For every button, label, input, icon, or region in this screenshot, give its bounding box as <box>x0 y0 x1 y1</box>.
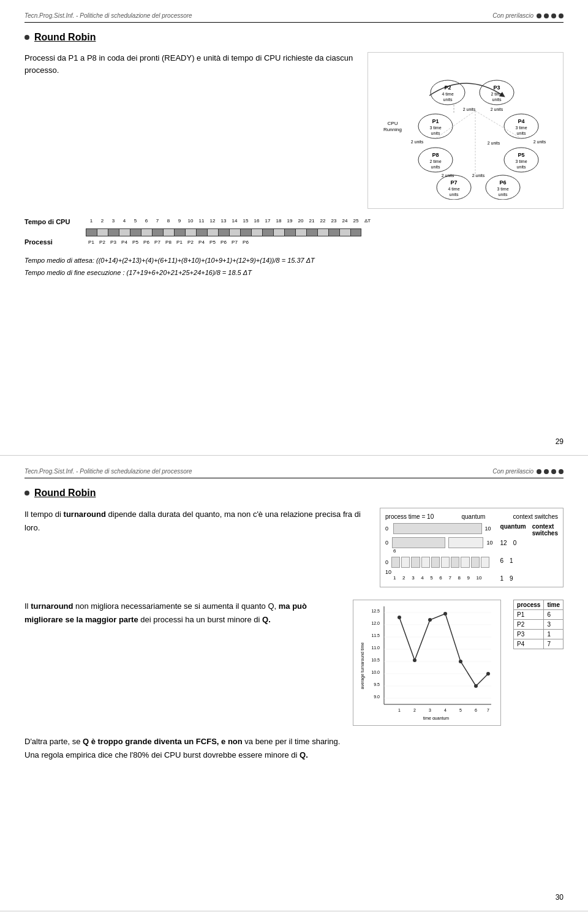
chart-header: process time = 10 quantum context switch… <box>385 513 558 520</box>
tnum-21: 21 <box>306 218 317 224</box>
dp-4 <box>443 612 447 616</box>
tnum-5: 5 <box>130 218 141 224</box>
bar-0 <box>393 523 482 534</box>
page1-header: Tecn.Prog.Sist.Inf. - Politiche di sched… <box>24 12 564 23</box>
ps-7: P7 <box>152 239 163 245</box>
footer-section: D'altra parte, se Q è troppo grande dive… <box>24 735 564 762</box>
section-title-text-1: Round Robin <box>34 32 96 43</box>
gantt-bars: 0 10 0 10 6 <box>385 523 494 582</box>
turnaround-text-3b: dei processi ha un burst minore di <box>138 615 262 624</box>
ax-5: 5 <box>430 575 432 581</box>
dp-3 <box>428 618 432 622</box>
formula1-text: Tempo medio di attesa: ((0+14)+(2+13)+(4… <box>24 255 564 267</box>
y-12.0: 12.0 <box>371 621 380 625</box>
ax-6: 6 <box>439 575 442 581</box>
tc-19 <box>284 228 295 236</box>
delta-t-label: ΔT <box>361 218 374 224</box>
bullet-icon-2 <box>24 491 29 496</box>
turnaround-section: Il turnaround non migliora necessariamen… <box>24 600 564 726</box>
dash-1 <box>435 111 475 138</box>
cs-val-2: 9 <box>510 575 513 582</box>
page-number-2: 30 <box>556 893 564 902</box>
q-val-1: 6 <box>500 557 504 564</box>
timeline-section: Tempo di CPU 1 2 3 4 5 6 7 8 9 10 11 12 … <box>24 218 564 246</box>
ps-5: P5 <box>130 239 141 245</box>
p5-label: P5 <box>518 152 524 158</box>
tnum-2: 2 <box>97 218 108 224</box>
p1-units: units <box>431 131 440 135</box>
ten-label-1: 10 <box>486 540 494 546</box>
units-label-5: 2 units <box>442 173 454 178</box>
footer-text-3: Una regola empirica dice che l'80% dei C… <box>24 750 300 759</box>
x-2: 2 <box>413 708 416 712</box>
gantt-row-num-1: 6 <box>385 548 494 554</box>
gantt-row-0: 0 10 <box>385 523 494 534</box>
ps-13: P6 <box>218 239 229 245</box>
zero-label-0: 0 <box>385 526 390 532</box>
pt-time-3: 7 <box>544 639 564 649</box>
bar-2a <box>391 557 400 568</box>
dp-6 <box>474 684 478 688</box>
turnaround-text-2b: non migliora necessariamente se si aumen… <box>73 601 278 611</box>
tc-11 <box>196 228 207 236</box>
ps-2: P2 <box>97 239 108 245</box>
page-1: Tecn.Prog.Sist.Inf. - Politiche di sched… <box>0 0 588 456</box>
tnum-23: 23 <box>328 218 339 224</box>
ps-8: P8 <box>163 239 174 245</box>
line-chart-area: 12.5 12.0 11.5 11.0 10.5 10.0 9.5 9.0 1 <box>353 600 501 726</box>
units-label-6: 2 units <box>488 141 500 145</box>
intro-text-1: Processi da P1 a P8 in coda dei pronti (… <box>24 52 355 209</box>
y-9.5: 9.5 <box>374 682 380 687</box>
dot-6 <box>544 469 549 474</box>
qt-row-1: 6 1 <box>500 557 558 564</box>
p2-time: 4 time <box>442 92 453 96</box>
units-label-4: 2 units <box>533 140 546 144</box>
tnum-3: 3 <box>108 218 119 224</box>
gantt-row-2: 0 10 <box>385 557 494 581</box>
pt-proc-3: P4 <box>514 639 544 649</box>
ax-2: 2 <box>402 575 405 581</box>
ax-8: 8 <box>458 575 460 581</box>
quantum-col-header: quantum <box>461 513 485 520</box>
dp-2 <box>413 658 417 662</box>
dot-8 <box>559 469 564 474</box>
tnum-18: 18 <box>273 218 284 224</box>
tc-13 <box>218 228 229 236</box>
section-title-1: Round Robin <box>24 32 564 43</box>
bar-2b <box>401 557 410 568</box>
y-9.0: 9.0 <box>374 695 380 699</box>
bar-2c <box>411 557 420 568</box>
tempo-cpu-label: Tempo di CPU <box>24 218 86 225</box>
tnum-24: 24 <box>339 218 350 224</box>
qt-row-2: 1 9 <box>500 575 558 582</box>
tc-4 <box>119 228 130 236</box>
tc-5 <box>130 228 141 236</box>
q-val-2: 1 <box>500 575 504 582</box>
y-12.5: 12.5 <box>371 609 380 613</box>
x-7: 7 <box>487 708 489 712</box>
tnum-9: 9 <box>174 218 185 224</box>
tc-1 <box>86 228 97 236</box>
processi-label: Processi <box>24 238 86 246</box>
tnum-10: 10 <box>185 218 196 224</box>
qt-row-0: 12 0 <box>500 540 558 546</box>
turnaround-bold-3b: Q. <box>262 615 271 624</box>
gantt-row-top-1: 0 10 <box>385 537 494 548</box>
units-label-3: 2 units <box>411 140 424 144</box>
quantum-values-table: quantum contextswitches 12 0 6 1 1 9 <box>500 523 558 582</box>
bar-1a <box>392 537 445 548</box>
p1-time: 3 time <box>429 126 441 130</box>
pt-row-3: P4 7 <box>514 639 564 649</box>
p3-label: P3 <box>493 85 500 91</box>
quantum-chart-area: process time = 10 quantum context switch… <box>380 508 564 587</box>
pt-proc-1: P2 <box>514 620 544 630</box>
dp-5 <box>459 660 462 663</box>
pt-process-hdr: process <box>514 600 544 610</box>
timeline-numbers-row: 1 2 3 4 5 6 7 8 9 10 11 12 13 14 15 16 1… <box>86 218 374 224</box>
q-val-0: 12 <box>500 540 507 546</box>
qt-header: quantum contextswitches <box>500 523 558 537</box>
p2-units: units <box>443 97 453 102</box>
pt-row-2: P3 1 <box>514 630 564 639</box>
cs-val-0: 0 <box>513 540 517 546</box>
il-text: Il <box>24 601 31 611</box>
